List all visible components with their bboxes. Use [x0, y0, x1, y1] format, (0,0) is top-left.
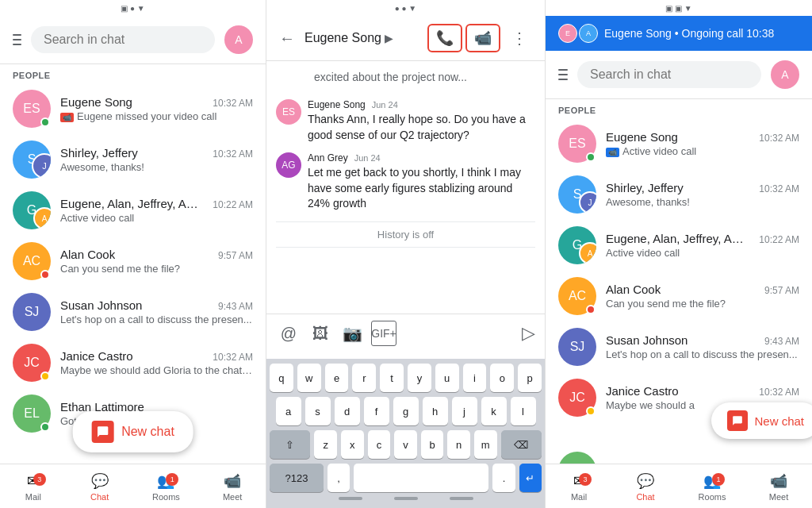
chat-icon: 💬	[90, 471, 109, 491]
key-h[interactable]: h	[423, 397, 448, 425]
key-l[interactable]: l	[511, 397, 536, 425]
key-s[interactable]: s	[305, 397, 331, 425]
numbers-key[interactable]: ?123	[270, 464, 324, 492]
key-d[interactable]: d	[335, 397, 360, 425]
key-g[interactable]: g	[393, 397, 419, 425]
key-y[interactable]: y	[408, 364, 431, 392]
list-item[interactable]: ES Eugene Song 10:32 AM 📹Active video ca…	[546, 118, 812, 169]
video-call-button[interactable]: 📹	[465, 24, 500, 52]
key-w[interactable]: w	[297, 364, 321, 392]
nav-item-rooms[interactable]: 👥 1 Rooms	[133, 471, 200, 502]
meet-icon: 📹	[223, 471, 242, 491]
camera-button[interactable]: 📷	[339, 321, 365, 346]
key-q[interactable]: q	[270, 364, 293, 392]
chat-info: Ethan Lattimore 9:07 AM	[606, 464, 799, 464]
chat-time: 9:43 AM	[218, 301, 253, 312]
call-avatar-1: E	[558, 24, 577, 43]
chat-time: 10:32 AM	[759, 133, 799, 144]
space-key[interactable]	[354, 464, 488, 492]
ongoing-call-banner: E A Eugene Song • Ongoing call 10:38	[546, 16, 812, 51]
key-u[interactable]: u	[435, 364, 459, 392]
send-button[interactable]: ▷	[522, 323, 535, 344]
comma-key[interactable]: ,	[327, 464, 350, 492]
message-group: ES Eugene Song Jun 24 Thanks Ann, I real…	[276, 99, 535, 143]
new-chat-button-right[interactable]: New chat	[711, 402, 812, 439]
left-bottom-nav: ✉ 3 Mail 💬 Chat 👥 1 Rooms 📹 Meet	[0, 464, 266, 508]
list-item[interactable]: SJ Susan Johnson 9:43 AM Let's hop on a …	[546, 321, 812, 372]
avatar-wrapper: AC	[558, 277, 596, 315]
key-c[interactable]: c	[368, 430, 391, 459]
key-p[interactable]: p	[518, 364, 542, 392]
emoji-button[interactable]: @	[276, 321, 301, 346]
nav-item-chat[interactable]: 💬 Chat	[67, 471, 133, 502]
key-i[interactable]: i	[463, 364, 487, 392]
rooms-badge-right: 1	[712, 473, 725, 486]
shift-key[interactable]: ⇧	[270, 430, 310, 459]
more-options-button[interactable]: ⋮	[504, 22, 535, 54]
nav-item-rooms-right[interactable]: 👥 1 Rooms	[679, 471, 745, 502]
key-t[interactable]: t	[380, 364, 404, 392]
phone-call-button[interactable]: 📞	[427, 24, 462, 52]
key-e[interactable]: e	[325, 364, 349, 392]
list-item[interactable]: AC Alan Cook 9:57 AM Can you send me the…	[546, 271, 812, 321]
gif-button[interactable]: GIF+	[371, 321, 396, 346]
contact-name: Eugene Song	[606, 130, 678, 144]
right-hamburger-icon[interactable]	[558, 65, 568, 84]
new-chat-button[interactable]: New chat	[72, 411, 193, 452]
list-item[interactable]: J S Shirley, Jeffery 10:32 AM Awesome, t…	[546, 169, 812, 220]
key-m[interactable]: m	[474, 430, 497, 459]
list-item[interactable]: AC Alan Cook 9:57 AM Can you send me the…	[0, 236, 266, 287]
chat-info: Eugene, Alan, Jeffrey, Ama... 10:22 AM A…	[60, 197, 253, 224]
key-r[interactable]: r	[352, 364, 376, 392]
key-z[interactable]: z	[314, 430, 337, 459]
nav-item-chat-right[interactable]: 💬 Chat	[612, 471, 679, 502]
nav-item-meet[interactable]: 📹 Meet	[199, 471, 266, 502]
key-n[interactable]: n	[447, 430, 470, 459]
message-group: AG Ann Grey Jun 24 Let me get back to yo…	[276, 152, 535, 212]
key-b[interactable]: b	[421, 430, 444, 459]
message-content: Eugene Song Jun 24 Thanks Ann, I really …	[308, 99, 535, 143]
nav-item-mail[interactable]: ✉ 3 Mail	[0, 471, 67, 502]
back-button[interactable]: ←	[276, 26, 298, 51]
key-v[interactable]: v	[394, 430, 417, 459]
key-o[interactable]: o	[490, 364, 514, 392]
mail-badge-right: 3	[579, 473, 592, 486]
list-item[interactable]: EL Ethan Lattimore 9:07 AM	[546, 445, 812, 464]
chat-time: 10:22 AM	[759, 234, 799, 245]
list-item[interactable]: A G Eugene, Alan, Jeffrey, Ama... 10:22 …	[546, 220, 812, 271]
nav-label-chat-right: Chat	[636, 492, 654, 502]
nav-item-mail-right[interactable]: ✉ 3 Mail	[546, 471, 612, 502]
list-item[interactable]: JC Janice Castro 10:32 AM Maybe we shoul…	[0, 337, 266, 388]
message-sender: Ann Grey	[308, 152, 348, 164]
left-search-input[interactable]	[31, 26, 215, 53]
key-x[interactable]: x	[341, 430, 364, 459]
chat-time: 9:43 AM	[764, 336, 799, 347]
user-avatar-right[interactable]: A	[771, 60, 799, 89]
chat-info: Eugene Song 10:32 AM 📹Active video call	[606, 130, 799, 157]
right-search-input[interactable]	[577, 61, 761, 88]
chat-time: 10:22 AM	[213, 199, 253, 210]
key-f[interactable]: f	[364, 397, 389, 425]
chat-info: Janice Castro 10:32 AM Maybe we should a…	[60, 349, 253, 376]
nav-label-rooms: Rooms	[152, 492, 180, 502]
hamburger-menu-icon[interactable]	[13, 30, 21, 49]
list-item[interactable]: A G Eugene, Alan, Jeffrey, Ama... 10:22 …	[0, 185, 266, 236]
list-item[interactable]: SJ Susan Johnson 9:43 AM Let's hop on a …	[0, 287, 266, 337]
image-button[interactable]: 🖼	[308, 321, 333, 346]
list-item[interactable]: ES Eugene Song 10:32 AM 📹Eugene missed y…	[0, 83, 266, 134]
left-panel: A PEOPLE ES Eugene Song 10:32 AM 📹Eugene…	[0, 16, 266, 508]
message-content: Ann Grey Jun 24 Let me get back to you s…	[308, 152, 535, 212]
enter-key[interactable]: ↵	[519, 464, 542, 492]
list-item[interactable]: JC Janice Castro 10:32 AM Maybe we shoul…	[546, 372, 812, 423]
user-avatar-left[interactable]: A	[224, 25, 253, 54]
period-key[interactable]: .	[492, 464, 515, 492]
backspace-key[interactable]: ⌫	[501, 430, 542, 459]
nav-item-meet-right[interactable]: 📹 Meet	[745, 471, 812, 502]
chat-time: 10:32 AM	[759, 183, 799, 194]
nav-label-meet: Meet	[223, 492, 242, 502]
key-k[interactable]: k	[481, 397, 507, 425]
key-j[interactable]: j	[452, 397, 477, 425]
list-item[interactable]: J S Shirley, Jeffery 10:32 AM Awesome, t…	[0, 134, 266, 185]
key-a[interactable]: a	[276, 397, 301, 425]
chat-preview: 📹Eugene missed your video call	[60, 110, 253, 122]
